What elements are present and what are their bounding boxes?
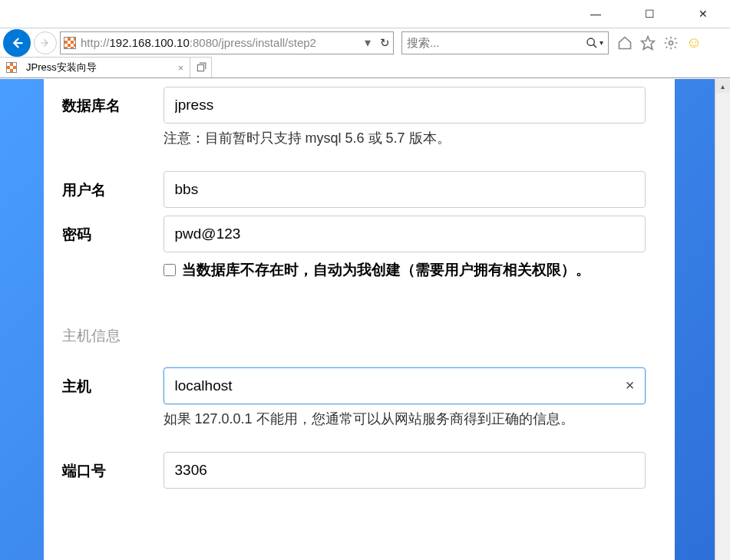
tab-title: JPress安装向导 xyxy=(26,61,97,74)
svg-point-3 xyxy=(669,41,673,44)
chevron-down-icon: ▾ xyxy=(600,38,603,47)
input-username[interactable] xyxy=(164,171,646,208)
star-icon[interactable] xyxy=(639,35,656,51)
browser-toolbar: http://192.168.100.10:8080/jpress/instal… xyxy=(0,28,730,57)
section-host-info: 主机信息 xyxy=(62,326,646,346)
svg-marker-2 xyxy=(642,36,655,49)
svg-rect-4 xyxy=(197,65,203,71)
label-db-name: 数据库名 xyxy=(62,87,164,116)
search-box: ▾ xyxy=(401,31,609,54)
label-password: 密码 xyxy=(62,216,164,245)
back-button[interactable] xyxy=(3,29,31,57)
label-port: 端口号 xyxy=(62,452,164,481)
search-icon xyxy=(586,37,598,49)
maximize-button[interactable]: ☐ xyxy=(634,2,665,25)
arrow-right-icon xyxy=(40,38,51,48)
search-button[interactable]: ▾ xyxy=(586,37,603,49)
home-icon[interactable] xyxy=(616,35,633,51)
svg-point-0 xyxy=(587,38,594,45)
scroll-up-icon[interactable]: ▴ xyxy=(715,79,730,93)
gear-icon[interactable] xyxy=(662,35,679,51)
new-tab-button[interactable] xyxy=(190,57,212,77)
forward-button[interactable] xyxy=(34,31,57,54)
input-password[interactable] xyxy=(164,216,646,252)
label-host: 主机 xyxy=(62,367,164,397)
row-port: 端口号 xyxy=(62,452,646,489)
install-form: 数据库名 注意：目前暂时只支持 mysql 5.6 或 5.7 版本。 用户名 … xyxy=(44,79,675,560)
clear-icon[interactable]: × xyxy=(626,377,635,394)
address-dropdown[interactable]: ▾ xyxy=(359,35,376,50)
minimize-button[interactable]: — xyxy=(580,2,611,25)
url-text: http://192.168.100.10:8080/jpress/instal… xyxy=(81,36,359,49)
input-port[interactable] xyxy=(164,452,646,489)
window-controls: — ☐ ✕ xyxy=(580,0,730,28)
row-username: 用户名 xyxy=(62,171,646,208)
content-area: 数据库名 注意：目前暂时只支持 mysql 5.6 或 5.7 版本。 用户名 … xyxy=(0,79,730,560)
close-button[interactable]: ✕ xyxy=(688,2,718,25)
tab-favicon xyxy=(6,62,17,73)
row-host: 主机 × 如果 127.0.0.1 不能用，您通常可以从网站服务商得到正确的信息… xyxy=(62,367,646,430)
label-username: 用户名 xyxy=(62,171,164,200)
site-favicon xyxy=(64,37,76,49)
address-bar[interactable]: http://192.168.100.10:8080/jpress/instal… xyxy=(60,31,394,54)
arrow-left-icon xyxy=(10,36,24,50)
row-db-name: 数据库名 注意：目前暂时只支持 mysql 5.6 或 5.7 版本。 xyxy=(62,87,646,150)
tab-active[interactable]: JPress安装向导 × xyxy=(0,57,190,77)
checkbox-create-db[interactable] xyxy=(164,264,176,276)
refresh-button[interactable]: ↻ xyxy=(376,36,393,50)
tab-bar: JPress安装向导 × xyxy=(0,57,730,78)
hint-host: 如果 127.0.0.1 不能用，您通常可以从网站服务商得到正确的信息。 xyxy=(164,409,646,430)
svg-line-1 xyxy=(593,44,596,48)
row-password: 密码 xyxy=(62,216,646,252)
label-create-db: 当数据库不存在时，自动为我创建（需要用户拥有相关权限）。 xyxy=(182,260,590,280)
search-input[interactable] xyxy=(407,36,586,49)
hint-db-name: 注意：目前暂时只支持 mysql 5.6 或 5.7 版本。 xyxy=(164,128,646,150)
toolbar-icons: ☺ xyxy=(612,35,707,51)
scrollbar[interactable]: ▴ xyxy=(715,79,730,560)
new-tab-icon xyxy=(196,62,206,73)
smiley-icon[interactable]: ☺ xyxy=(685,35,702,51)
input-host[interactable] xyxy=(164,367,646,404)
tab-close-icon[interactable]: × xyxy=(178,62,184,74)
row-create-db: 当数据库不存在时，自动为我创建（需要用户拥有相关权限）。 xyxy=(164,260,646,280)
input-db-name[interactable] xyxy=(164,87,646,124)
